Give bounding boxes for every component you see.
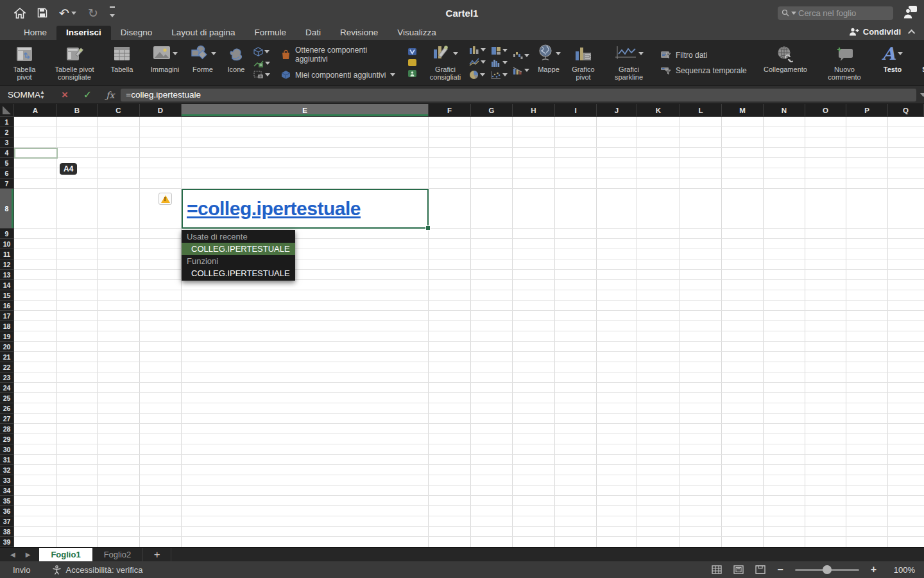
row-header-5[interactable]: 5 bbox=[0, 158, 14, 168]
sheet-prev-icon[interactable]: ◀ bbox=[10, 551, 15, 558]
zoom-slider[interactable] bbox=[795, 569, 859, 571]
column-header-M[interactable]: M bbox=[722, 104, 764, 117]
column-header-C[interactable]: C bbox=[98, 104, 140, 117]
column-header-I[interactable]: I bbox=[555, 104, 597, 117]
sheet-tab-foglio1[interactable]: Foglio1 bbox=[39, 548, 92, 561]
images-button[interactable]: Immagini bbox=[145, 40, 185, 86]
row-header-12[interactable]: 12 bbox=[0, 259, 14, 270]
row-header-25[interactable]: 25 bbox=[0, 393, 14, 403]
row-header-21[interactable]: 21 bbox=[0, 352, 14, 362]
column-header-A[interactable]: A bbox=[14, 104, 57, 117]
row-header-31[interactable]: 31 bbox=[0, 455, 14, 465]
column-header-O[interactable]: O bbox=[805, 104, 846, 117]
row-header-1[interactable]: 1 bbox=[0, 117, 14, 127]
shapes-caret-icon[interactable] bbox=[211, 52, 216, 55]
normal-view-icon[interactable] bbox=[712, 565, 722, 574]
my-addins-caret-icon[interactable] bbox=[390, 73, 395, 76]
row-header-7[interactable]: 7 bbox=[0, 179, 14, 189]
text-caret-icon[interactable] bbox=[898, 52, 903, 55]
smartart-caret-icon[interactable] bbox=[265, 62, 270, 65]
fill-handle[interactable] bbox=[425, 225, 431, 231]
name-box-spinner[interactable]: ▲▼ bbox=[40, 90, 45, 100]
table-button[interactable]: Tabella bbox=[104, 40, 140, 86]
row-header-14[interactable]: 14 bbox=[0, 280, 14, 290]
row-header-33[interactable]: 33 bbox=[0, 475, 14, 486]
row-header-2[interactable]: 2 bbox=[0, 127, 14, 137]
maps-caret-icon[interactable] bbox=[556, 52, 561, 55]
row-header-28[interactable]: 28 bbox=[0, 424, 14, 434]
row-header-19[interactable]: 19 bbox=[0, 331, 14, 342]
recommended-charts-caret-icon[interactable] bbox=[453, 52, 458, 55]
tab-layout-di-pagina[interactable]: Layout di pagina bbox=[162, 26, 244, 40]
people-graph-icon[interactable] bbox=[407, 69, 417, 78]
tab-disegno[interactable]: Disegno bbox=[111, 26, 162, 40]
pie-chart-button[interactable] bbox=[469, 70, 486, 80]
row-header-8[interactable]: 8 bbox=[0, 189, 14, 229]
column-header-N[interactable]: N bbox=[764, 104, 805, 117]
line-chart-button[interactable] bbox=[469, 58, 486, 66]
screenshot-button[interactable] bbox=[253, 71, 270, 79]
row-header-32[interactable]: 32 bbox=[0, 465, 14, 475]
tab-visualizza[interactable]: Visualizza bbox=[388, 26, 446, 40]
tab-formule[interactable]: Formule bbox=[244, 26, 296, 40]
row-header-34[interactable]: 34 bbox=[0, 486, 14, 496]
row-header-13[interactable]: 13 bbox=[0, 270, 14, 280]
column-header-E[interactable]: E bbox=[182, 104, 429, 117]
row-header-22[interactable]: 22 bbox=[0, 362, 14, 372]
name-box[interactable]: SOMMA bbox=[0, 90, 40, 100]
row-header-20[interactable]: 20 bbox=[0, 342, 14, 352]
search-input[interactable]: Cerca nel foglio bbox=[778, 6, 893, 20]
symbols-button[interactable]: Ω Simboli bbox=[916, 40, 924, 86]
formula-input[interactable]: =colleg.ipertestuale bbox=[121, 89, 916, 101]
save-icon[interactable] bbox=[37, 8, 47, 18]
pivot-chart-button[interactable]: Grafico pivot bbox=[565, 40, 601, 86]
smartart-button[interactable] bbox=[253, 59, 270, 68]
link-button[interactable]: Collegamento bbox=[757, 40, 814, 86]
combo-chart-button[interactable] bbox=[513, 66, 529, 74]
statistic-chart-button[interactable] bbox=[491, 58, 508, 67]
page-layout-view-icon[interactable] bbox=[733, 565, 744, 574]
column-header-K[interactable]: K bbox=[637, 104, 680, 117]
sparklines-button[interactable]: Grafici sparkline bbox=[606, 40, 651, 86]
zoom-slider-thumb[interactable] bbox=[823, 565, 832, 574]
row-header-16[interactable]: 16 bbox=[0, 301, 14, 311]
expand-formula-bar-icon[interactable] bbox=[920, 93, 924, 97]
new-comment-button[interactable]: Nuovo commento bbox=[819, 40, 869, 86]
tab-revisione[interactable]: Revisione bbox=[330, 26, 388, 40]
row-header-15[interactable]: 15 bbox=[0, 290, 14, 301]
column-header-F[interactable]: F bbox=[429, 104, 471, 117]
maps-button[interactable]: Mappe bbox=[532, 40, 565, 86]
row-header-11[interactable]: 11 bbox=[0, 249, 14, 259]
tab-inserisci[interactable]: Inserisci bbox=[56, 26, 111, 40]
row-header-9[interactable]: 9 bbox=[0, 229, 14, 239]
tab-home[interactable]: Home bbox=[14, 26, 56, 40]
row-header-39[interactable]: 39 bbox=[0, 537, 14, 547]
home-icon[interactable] bbox=[14, 8, 26, 19]
cancel-entry-icon[interactable]: × bbox=[62, 89, 68, 101]
3d-models-caret-icon[interactable] bbox=[264, 50, 270, 53]
hierarchy-chart-button[interactable] bbox=[491, 46, 508, 55]
sparklines-caret-icon[interactable] bbox=[638, 52, 644, 55]
row-header-4[interactable]: 4 bbox=[0, 148, 14, 158]
row-header-24[interactable]: 24 bbox=[0, 383, 14, 393]
recommended-pivot-button[interactable]: Tabelle pivot consigliate bbox=[45, 40, 104, 86]
row-header-3[interactable]: 3 bbox=[0, 137, 14, 148]
icons-button[interactable]: Icone bbox=[221, 40, 252, 86]
column-chart-button[interactable] bbox=[469, 46, 486, 54]
column-header-D[interactable]: D bbox=[140, 104, 182, 117]
customize-toolbar-icon[interactable] bbox=[110, 6, 115, 20]
select-all-corner[interactable] bbox=[0, 104, 14, 117]
column-header-P[interactable]: P bbox=[846, 104, 888, 117]
slicer-button[interactable]: Filtro dati bbox=[660, 51, 748, 60]
row-header-10[interactable]: 10 bbox=[0, 239, 14, 249]
row-header-18[interactable]: 18 bbox=[0, 321, 14, 331]
zoom-in-icon[interactable]: + bbox=[871, 564, 877, 575]
column-header-L[interactable]: L bbox=[680, 104, 722, 117]
pivot-table-button[interactable]: Tabella pivot bbox=[4, 40, 45, 86]
row-header-35[interactable]: 35 bbox=[0, 496, 14, 506]
cell-a4-selection[interactable] bbox=[14, 148, 58, 159]
get-addins-button[interactable]: Ottenere componenti aggiuntivi bbox=[281, 46, 402, 64]
visio-data-icon[interactable] bbox=[407, 48, 417, 56]
search-scope-caret-icon[interactable] bbox=[791, 12, 796, 15]
screenshot-caret-icon[interactable] bbox=[265, 73, 270, 76]
